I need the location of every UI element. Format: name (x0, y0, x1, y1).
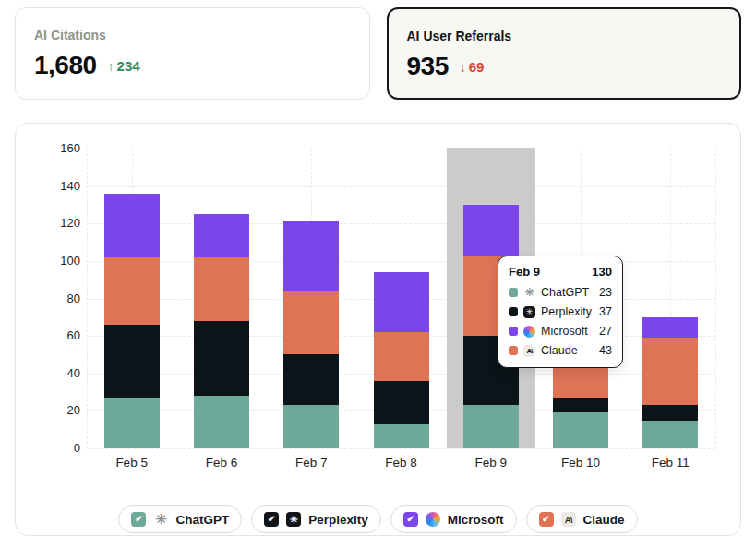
bar-segment-perplexity[interactable] (194, 321, 249, 396)
chart-legend: ✔✳ChatGPT✔✳Perplexity✔Microsoft✔A\Claude (16, 505, 740, 533)
stat-title: AI Citations (34, 28, 351, 42)
legend-label: Perplexity (308, 513, 368, 527)
y-tick-label: 100 (39, 254, 80, 268)
stat-value: 1,680 (34, 51, 97, 80)
x-tick-label: Feb 9 (450, 456, 533, 470)
tooltip-row-chatgpt: ✳ChatGPT23 (509, 286, 612, 299)
tooltip-date: Feb 9 (509, 265, 540, 279)
bar-segment-chatgpt[interactable] (642, 421, 698, 448)
tooltip-series-label: Perplexity (541, 305, 592, 318)
up-arrow-icon: ↑ (108, 59, 114, 74)
referrals-chart-card: 020406080100120140160 Feb 5Feb 6Feb 7Feb… (15, 123, 741, 536)
x-tick-label: Feb 6 (180, 456, 263, 470)
bar-feb-11[interactable] (642, 317, 698, 448)
openai-icon: ✳ (153, 512, 168, 527)
series-color-chip (509, 307, 518, 316)
y-tick-label: 160 (39, 141, 80, 155)
y-tick-label: 40 (39, 366, 80, 380)
bar-segment-claude[interactable] (642, 338, 698, 405)
bar-segment-chatgpt[interactable] (194, 396, 249, 448)
stat-delta: ↑234 (108, 58, 140, 74)
bar-segment-microsoft[interactable] (642, 317, 698, 338)
bar-segment-perplexity[interactable] (374, 381, 429, 424)
series-color-chip (509, 346, 518, 355)
legend-label: ChatGPT (175, 513, 229, 527)
legend-item-perplexity[interactable]: ✔✳Perplexity (251, 505, 381, 533)
bar-segment-claude[interactable] (194, 257, 249, 321)
bar-segment-chatgpt[interactable] (283, 405, 339, 448)
stat-delta-value: 234 (117, 58, 140, 74)
y-tick-label: 0 (39, 441, 80, 455)
gridline-y-0 (87, 448, 715, 449)
x-tick-label: Feb 10 (539, 456, 622, 470)
perplexity-icon: ✳ (523, 306, 535, 318)
tooltip-row-perplexity: ✳Perplexity37 (509, 305, 612, 318)
series-color-chip (509, 327, 518, 336)
anthropic-icon: A\ (523, 345, 535, 357)
y-tick-label: 80 (39, 291, 80, 305)
bar-segment-claude[interactable] (104, 257, 160, 325)
y-tick-label: 60 (39, 328, 80, 342)
legend-item-claude[interactable]: ✔A\Claude (526, 505, 638, 533)
x-tick-label: Feb 8 (360, 456, 443, 470)
bar-segment-claude[interactable] (283, 291, 339, 354)
bar-feb-5[interactable] (104, 194, 160, 448)
bar-segment-claude[interactable] (374, 332, 429, 381)
bar-segment-microsoft[interactable] (194, 214, 249, 257)
tooltip-series-label: ChatGPT (541, 286, 589, 299)
stat-delta: ↓69 (460, 59, 485, 75)
copilot-icon (426, 512, 440, 527)
gridline-x-edge-1 (715, 149, 716, 448)
y-tick-label: 20 (39, 403, 80, 417)
bar-segment-microsoft[interactable] (374, 272, 429, 332)
down-arrow-icon: ↓ (460, 60, 466, 75)
stat-value: 935 (407, 52, 449, 81)
bar-feb-8[interactable] (374, 272, 429, 448)
x-tick-label: Feb 11 (629, 456, 712, 470)
bar-feb-6[interactable] (194, 214, 249, 448)
stat-delta-value: 69 (469, 59, 485, 75)
bar-feb-7[interactable] (283, 221, 339, 448)
bar-feb-10[interactable] (553, 356, 608, 448)
gridline-x-edge-0 (87, 149, 88, 448)
tooltip-row-microsoft: Microsoft27 (509, 325, 612, 338)
bar-segment-perplexity[interactable] (553, 398, 608, 412)
anthropic-icon: A\ (561, 512, 576, 527)
legend-item-chatgpt[interactable]: ✔✳ChatGPT (118, 505, 242, 533)
legend-label: Claude (583, 513, 625, 527)
legend-checkbox-claude[interactable]: ✔ (539, 512, 554, 527)
legend-checkbox-microsoft[interactable]: ✔ (403, 512, 418, 527)
bar-segment-perplexity[interactable] (283, 354, 339, 405)
tooltip-series-value: 23 (599, 286, 612, 299)
bar-segment-chatgpt[interactable] (104, 398, 160, 448)
stat-card-ai-user-referrals[interactable]: AI User Referrals 935 ↓69 (387, 7, 742, 100)
tooltip-total: 130 (592, 265, 612, 279)
stats-row: AI Citations 1,680 ↑234 AI User Referral… (0, 0, 756, 100)
x-tick-label: Feb 5 (90, 456, 174, 470)
bar-segment-chatgpt[interactable] (463, 405, 519, 448)
tooltip-row-claude: A\Claude43 (509, 344, 612, 357)
openai-icon: ✳ (523, 287, 535, 299)
legend-item-microsoft[interactable]: ✔Microsoft (390, 505, 517, 533)
y-tick-label: 120 (39, 216, 80, 230)
x-tick-label: Feb 7 (270, 456, 353, 470)
legend-checkbox-perplexity[interactable]: ✔ (264, 512, 279, 527)
bar-segment-chatgpt[interactable] (374, 424, 429, 448)
bar-segment-perplexity[interactable] (642, 405, 698, 420)
tooltip-series-value: 37 (599, 305, 612, 318)
stat-card-ai-citations[interactable]: AI Citations 1,680 ↑234 (15, 7, 370, 100)
tooltip-series-value: 27 (599, 325, 612, 338)
y-tick-label: 140 (39, 179, 80, 193)
copilot-icon (523, 326, 535, 338)
bar-segment-microsoft[interactable] (463, 205, 519, 256)
bar-segment-microsoft[interactable] (104, 194, 160, 257)
bar-segment-microsoft[interactable] (283, 221, 339, 291)
tooltip-series-label: Claude (541, 344, 578, 357)
stat-title: AI User Referrals (407, 29, 722, 43)
perplexity-icon: ✳ (286, 512, 301, 527)
chart-tooltip: Feb 9 130 ✳ChatGPT23✳Perplexity37Microso… (498, 256, 623, 368)
legend-checkbox-chatgpt[interactable]: ✔ (131, 512, 146, 527)
bar-segment-perplexity[interactable] (104, 325, 160, 398)
tooltip-series-value: 43 (599, 344, 612, 357)
bar-segment-chatgpt[interactable] (553, 412, 608, 448)
